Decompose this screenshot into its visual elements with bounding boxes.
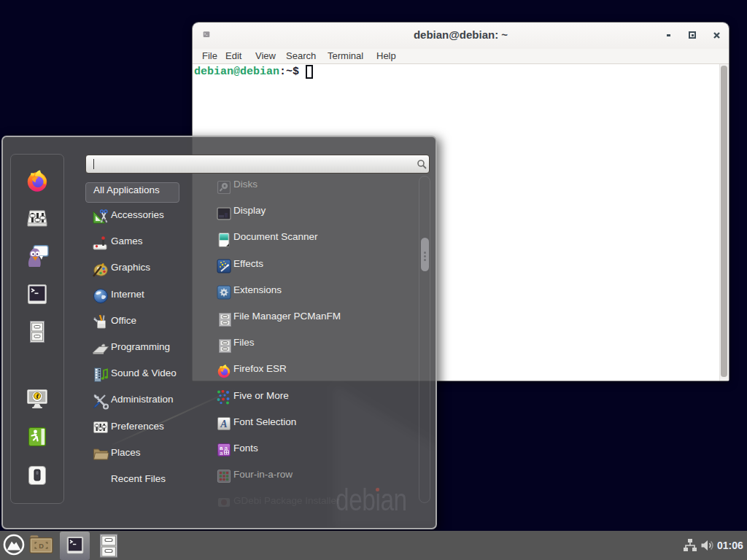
svg-text:A: A [220,419,227,429]
svg-text:a: a [220,450,223,456]
svg-text:a: a [225,445,228,451]
svg-text:D: D [39,542,44,550]
